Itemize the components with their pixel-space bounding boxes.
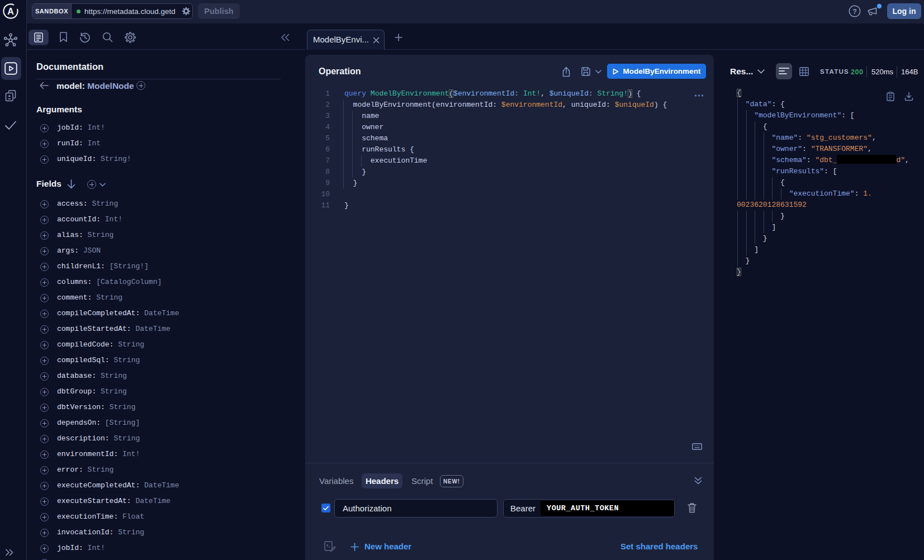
svg-text:?: ? xyxy=(852,8,857,16)
svg-text:A: A xyxy=(7,7,14,16)
